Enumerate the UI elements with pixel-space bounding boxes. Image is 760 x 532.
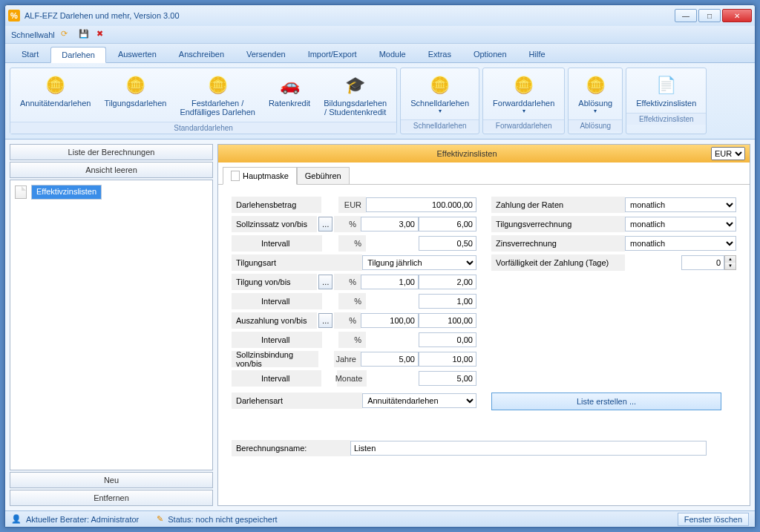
tilgung-intervall-input[interactable] <box>419 294 476 309</box>
tab-hauptmaske[interactable]: Hauptmaske <box>223 167 297 185</box>
chevron-down-icon: ▾ <box>522 108 525 114</box>
ribbon-item[interactable]: 🪙Tilgungsdarlehen <box>99 71 171 119</box>
berechname-label: Berechnungsname: <box>232 440 350 456</box>
close-button[interactable]: ✕ <box>722 9 752 22</box>
main-header: Effektivzinslisten EUR <box>218 145 750 162</box>
ribbon-item[interactable]: 📄Effektivzinslisten <box>631 71 701 110</box>
menu-tab-versenden[interactable]: Versenden <box>236 47 296 62</box>
form-area: Darlehensbetrag EUR Sollzinssatz von/bis… <box>218 185 750 505</box>
darlehensbetrag-label: Darlehensbetrag <box>232 197 321 213</box>
menu-tab-darlehen[interactable]: Darlehen <box>50 47 106 63</box>
ribbon-item[interactable]: 🚗Ratenkredit <box>263 71 315 119</box>
auszahlung-intervall-input[interactable] <box>419 332 476 347</box>
tilgung-bis-input[interactable] <box>419 275 476 289</box>
list-calc-button[interactable]: Liste der Berechnungen <box>10 144 213 160</box>
darlehensart-label: Darlehensart <box>232 393 319 409</box>
body: Liste der Berechnungen Ansicht leeren Ef… <box>5 139 755 510</box>
status-bar: 👤 Aktueller Berater: Administrator ✎ Sta… <box>5 510 755 527</box>
tree: Effektivzinslisten <box>10 180 213 470</box>
grad-icon: 🎓 <box>344 73 367 97</box>
coins-blue-icon: 🪙 <box>428 73 452 97</box>
bindung-von-input[interactable] <box>361 352 419 367</box>
ribbon-item[interactable]: 🪙Annuitätendarlehen <box>15 71 96 119</box>
unit-pct: % <box>334 216 361 232</box>
tree-item[interactable]: Effektivzinslisten <box>15 185 208 200</box>
ribbon-group: 📄EffektivzinslistenEffektivzinslisten <box>626 68 707 134</box>
tilgungsart-select[interactable]: Tilgung jährlich <box>362 255 476 270</box>
sollzins-label: Sollzinssatz von/bis <box>232 216 317 232</box>
remove-button[interactable]: Entfernen <box>10 490 213 506</box>
window-title: ALF-EFZ Darlehen und mehr, Version 3.00 <box>24 11 675 20</box>
spin-down-icon[interactable]: ▼ <box>725 263 736 269</box>
form-left-column: Darlehensbetrag EUR Sollzinssatz von/bis… <box>232 195 476 410</box>
delete-icon[interactable]: ✖ <box>96 29 108 41</box>
tilgung-von-input[interactable] <box>361 275 419 289</box>
ribbon-item[interactable]: 🎓Bildungsdarlehen/ Studentenkredit <box>318 71 392 119</box>
bindung-bis-input[interactable] <box>419 352 476 367</box>
menu-tab-hilfe[interactable]: Hilfe <box>519 47 556 62</box>
auszahlung-more-button[interactable]: … <box>318 313 332 328</box>
tilgung-label: Tilgung von/bis <box>232 274 317 290</box>
zinsverr-select[interactable]: monatlich <box>625 236 736 251</box>
vorfall-label: Vorfälligkeit der Zahlung (Tage) <box>491 254 625 271</box>
clear-window-button[interactable]: Fenster löschen <box>678 513 749 526</box>
quick-access-bar: Schnellwahl ⟳ 💾 ✖ <box>5 26 755 44</box>
bindung-intervall-input[interactable] <box>419 371 476 386</box>
document-icon <box>231 171 240 181</box>
app-icon: % <box>8 10 20 22</box>
menu-tab-optionen[interactable]: Optionen <box>463 47 517 62</box>
user-icon: 👤 <box>11 514 22 524</box>
refresh-icon[interactable]: ⟳ <box>61 29 73 41</box>
menu-tab-start[interactable]: Start <box>11 47 49 62</box>
zahlung-select[interactable]: monatlich <box>625 197 736 212</box>
tilgverr-select[interactable]: monatlich <box>625 217 736 231</box>
menu-tab-anschreiben[interactable]: Anschreiben <box>168 47 235 62</box>
coins-icon: 🪙 <box>123 73 147 97</box>
unit-eur: EUR <box>338 197 367 213</box>
darlehensart-select[interactable]: Annuitätendarlehen <box>362 393 476 408</box>
status-berater: Aktueller Berater: Administrator <box>26 515 139 524</box>
minimize-button[interactable]: — <box>675 9 697 22</box>
vorfall-spinner[interactable]: ▲▼ <box>681 255 736 270</box>
chevron-down-icon: ▾ <box>439 108 442 114</box>
name-row: Berechnungsname: <box>232 440 736 456</box>
tab-gebuehren[interactable]: Gebühren <box>297 167 350 185</box>
darlehensbetrag-input[interactable] <box>366 197 476 212</box>
new-button[interactable]: Neu <box>10 472 213 488</box>
sollzins-intervall-input[interactable] <box>419 236 476 251</box>
create-list-button[interactable]: Liste erstellen ... <box>491 393 721 410</box>
vorfall-input[interactable] <box>681 255 724 270</box>
auszahlung-bis-input[interactable] <box>419 313 476 328</box>
menu-tabs: StartDarlehenAuswertenAnschreibenVersend… <box>5 44 755 63</box>
ribbon-item[interactable]: 🪙Ablösung▾ <box>573 71 618 116</box>
sollzins-von-input[interactable] <box>361 217 419 231</box>
list-icon: 📄 <box>655 73 678 97</box>
menu-tab-extras[interactable]: Extras <box>418 47 462 62</box>
ribbon: 🪙Annuitätendarlehen🪙Tilgungsdarlehen🪙Fes… <box>5 63 755 139</box>
sollzins-bis-input[interactable] <box>419 217 476 231</box>
ribbon-item[interactable]: 🪙Forwarddarlehen▾ <box>488 71 560 116</box>
auszahlung-label: Auszahlung von/bis <box>232 312 317 329</box>
clear-view-button[interactable]: Ansicht leeren <box>10 162 213 178</box>
auszahlung-von-input[interactable] <box>361 313 419 328</box>
currency-select[interactable]: EUR <box>711 147 745 160</box>
maximize-button[interactable]: □ <box>698 9 721 22</box>
save-icon[interactable]: 💾 <box>79 29 91 41</box>
tilgungsart-label: Tilgungsart <box>232 254 319 271</box>
menu-tab-module[interactable]: Module <box>369 47 416 62</box>
app-window: % ALF-EFZ Darlehen und mehr, Version 3.0… <box>4 4 756 528</box>
spin-up-icon[interactable]: ▲ <box>725 256 736 263</box>
tree-item-label: Effektivzinslisten <box>31 185 102 200</box>
berechname-input[interactable] <box>350 441 707 456</box>
menu-tab-auswerten[interactable]: Auswerten <box>108 47 167 62</box>
intervall-label: Intervall <box>232 235 322 252</box>
pencil-icon: ✎ <box>157 514 163 524</box>
menu-tab-import/export[interactable]: Import/Export <box>298 47 367 62</box>
main-panel: Effektivzinslisten EUR Hauptmaske Gebühr… <box>217 144 750 506</box>
sub-tabs: Hauptmaske Gebühren <box>218 162 750 185</box>
ribbon-item[interactable]: 🪙Festdarlehen /Endfälliges Darlehen <box>174 71 261 119</box>
sollzins-more-button[interactable]: … <box>318 217 332 231</box>
ribbon-item[interactable]: 🪙Schnelldarlehen▾ <box>405 71 474 116</box>
tilgung-more-button[interactable]: … <box>318 275 332 289</box>
quickbar-label: Schnellwahl <box>11 30 55 39</box>
